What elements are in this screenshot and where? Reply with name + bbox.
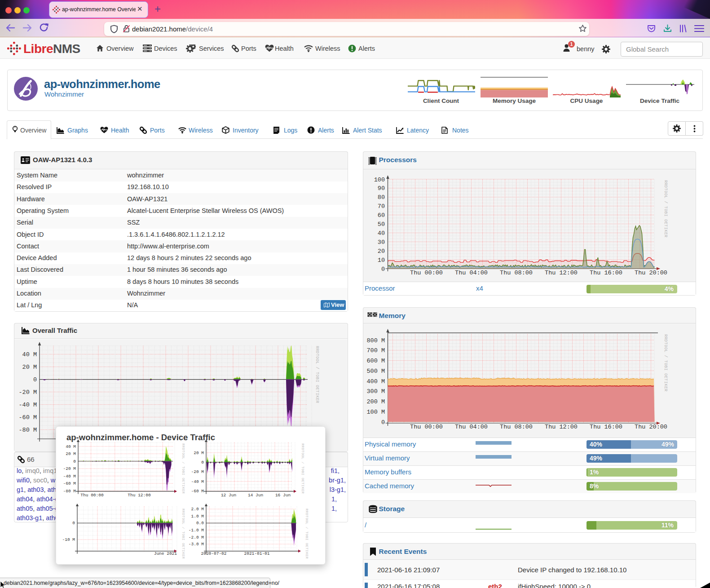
svg-text:90: 90 <box>377 185 384 192</box>
svg-text:-40 M: -40 M <box>63 474 76 479</box>
svg-text:RRDTOOL / TOBI OETIKER: RRDTOOL / TOBI OETIKER <box>663 180 668 238</box>
svg-text:Thu 00:00: Thu 00:00 <box>410 424 443 430</box>
svg-text:1.0 M: 1.0 M <box>191 514 204 519</box>
svg-text:500 M: 500 M <box>366 368 385 375</box>
svg-text:10: 10 <box>377 257 384 264</box>
svg-text:Thu 20:00: Thu 20:00 <box>635 270 667 276</box>
svg-text:RRDTOOL / TOBI OETIKER: RRDTOOL / TOBI OETIKER <box>315 346 319 403</box>
svg-text:-2.0 M: -2.0 M <box>189 535 204 540</box>
svg-text:RRDTOOL / TOBI OETIKER: RRDTOOL / TOBI OETIKER <box>181 443 185 494</box>
svg-text:-40 M: -40 M <box>191 479 204 484</box>
svg-text:70: 70 <box>377 203 384 210</box>
svg-text:20 M: 20 M <box>194 451 204 455</box>
svg-text:40: 40 <box>377 230 384 237</box>
svg-text:20: 20 <box>377 248 384 255</box>
svg-text:-40 M: -40 M <box>18 402 37 408</box>
svg-text:Thu 12:00: Thu 12:00 <box>545 424 578 430</box>
svg-text:-60 M: -60 M <box>18 414 37 421</box>
svg-text:-1.0 M: -1.0 M <box>189 528 204 533</box>
svg-text:Thu 20:00: Thu 20:00 <box>635 424 667 430</box>
svg-text:Thu 00:00: Thu 00:00 <box>80 493 104 498</box>
svg-text:RRDTOOL / TOBI OETIKER: RRDTOOL / TOBI OETIKER <box>181 508 185 559</box>
svg-text:0: 0 <box>33 376 37 383</box>
svg-text:40 M: 40 M <box>66 444 76 449</box>
svg-text:100 M: 100 M <box>366 409 385 416</box>
svg-text:0: 0 <box>201 460 204 465</box>
svg-text:0.0: 0.0 <box>196 521 204 526</box>
svg-text:-20 M: -20 M <box>18 389 37 396</box>
svg-text:800 M: 800 M <box>366 337 385 344</box>
svg-text:Thu 04:00: Thu 04:00 <box>455 270 488 276</box>
svg-text:-20 M: -20 M <box>191 469 204 474</box>
svg-text:700 M: 700 M <box>366 347 385 354</box>
svg-text:Thu 16:00: Thu 16:00 <box>590 270 622 276</box>
svg-text:50: 50 <box>377 221 384 228</box>
svg-text:0: 0 <box>73 459 76 464</box>
svg-text:2021-01-01: 2021-01-01 <box>244 551 269 556</box>
svg-text:14 Jun: 14 Jun <box>248 493 263 498</box>
svg-text:100: 100 <box>374 177 384 183</box>
svg-text:16 Jun: 16 Jun <box>275 493 291 498</box>
svg-text:RRDTOOL / TOBI OETIKER: RRDTOOL / TOBI OETIKER <box>301 443 305 494</box>
svg-text:60: 60 <box>377 212 384 219</box>
svg-text:200 M: 200 M <box>366 398 385 405</box>
svg-text:-20 M: -20 M <box>63 466 76 471</box>
svg-text:-60 M: -60 M <box>191 489 204 494</box>
svg-text:Thu 12:00: Thu 12:00 <box>545 270 578 276</box>
svg-text:RRDTOOL / TOBI OETIKER: RRDTOOL / TOBI OETIKER <box>663 334 668 392</box>
svg-text:June 2021: June 2021 <box>154 551 177 556</box>
svg-text:Thu 12:00: Thu 12:00 <box>128 493 151 498</box>
svg-text:80: 80 <box>377 194 384 201</box>
svg-text:-60 M: -60 M <box>63 481 76 486</box>
svg-text:RRDTOOL / TOBI OETIKER: RRDTOOL / TOBI OETIKER <box>305 508 309 559</box>
svg-text:2.0 M: 2.0 M <box>191 507 204 512</box>
svg-text:20 M: 20 M <box>66 451 76 456</box>
svg-text:-10 M: -10 M <box>62 537 75 542</box>
svg-text:30: 30 <box>377 239 384 246</box>
svg-text:-80 M: -80 M <box>63 489 76 494</box>
svg-text:40 M: 40 M <box>22 351 37 358</box>
svg-text:0: 0 <box>72 521 75 526</box>
svg-text:0: 0 <box>381 266 384 273</box>
svg-text:0: 0 <box>381 419 384 426</box>
svg-text:Thu 00:00: Thu 00:00 <box>410 270 443 276</box>
svg-text:20 M: 20 M <box>22 364 37 371</box>
svg-text:Thu 08:00: Thu 08:00 <box>500 424 533 430</box>
svg-text:400 M: 400 M <box>366 378 385 385</box>
svg-text:600 M: 600 M <box>366 358 385 364</box>
svg-text:-3.0 M: -3.0 M <box>189 542 204 547</box>
svg-text:Thu 04:00: Thu 04:00 <box>455 424 488 430</box>
svg-text:Thu 16:00: Thu 16:00 <box>590 424 622 430</box>
svg-text:Thu 08:00: Thu 08:00 <box>500 270 533 276</box>
svg-text:12 Jun: 12 Jun <box>221 493 236 498</box>
svg-text:300 M: 300 M <box>366 388 385 395</box>
svg-text:-80 M: -80 M <box>18 427 37 433</box>
svg-text:2020-07-02: 2020-07-02 <box>201 551 226 556</box>
